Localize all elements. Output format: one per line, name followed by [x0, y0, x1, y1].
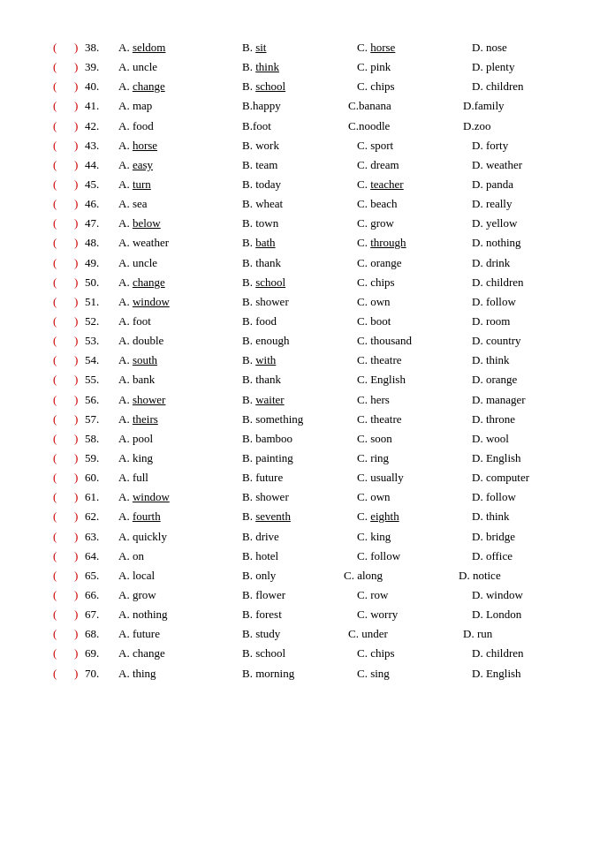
option-b: B. thank: [242, 254, 357, 272]
question-number: 44.: [85, 156, 118, 174]
question-number: 67.: [85, 606, 118, 623]
option-d: D. bridge: [472, 528, 515, 546]
question-row: () 43.A. horseB. workC. sportD. forty: [53, 137, 562, 155]
question-row: () 53.A. doubleB. enoughC. thousandD. co…: [53, 332, 562, 350]
question-row: () 46.A. seaB. wheatC. beachD. really: [53, 195, 562, 213]
option-d: D. drink: [472, 254, 510, 272]
paren-close: ): [74, 430, 85, 448]
option-b: B. morning: [242, 665, 357, 683]
option-b: B. wheat: [242, 195, 357, 213]
option-a: A. king: [118, 449, 242, 467]
option-d: D. nose: [472, 39, 507, 57]
question-row: () 51.A. windowB. showerC. ownD. follow: [53, 293, 562, 311]
question-row: () 45.A. turnB. todayC. teacherD. panda: [53, 176, 562, 193]
option-b: B. painting: [242, 449, 357, 467]
option-a: A. full: [118, 469, 242, 487]
question-row: () 42.A. foodB.footC.noodleD.zoo: [53, 117, 562, 135]
option-a: A. foot: [118, 313, 242, 330]
option-b: B. study: [242, 625, 348, 643]
paren-open: (: [53, 97, 62, 115]
question-row: () 63.A. quicklyB. driveC. kingD. bridge: [53, 528, 562, 546]
question-row: () 50.A. changeB. schoolC. chipsD. child…: [53, 274, 562, 291]
question-row: () 54.A. southB. withC. theatreD. think: [53, 351, 562, 369]
question-number: 48.: [85, 234, 118, 252]
paren-close: ): [74, 234, 85, 252]
question-number: 58.: [85, 430, 118, 448]
paren-open: (: [53, 528, 62, 546]
option-b: B. shower: [242, 488, 357, 506]
question-number: 50.: [85, 274, 118, 291]
option-b: B. town: [242, 215, 357, 232]
option-d: D. yellow: [472, 215, 517, 232]
option-b: B. forest: [242, 606, 357, 623]
option-c: C. along: [344, 567, 459, 585]
option-c: C. chips: [357, 645, 472, 662]
question-row: () 60.A. fullB. futureC. usuallyD. compu…: [53, 469, 562, 487]
paren-open: (: [53, 547, 62, 565]
paren-close: ): [74, 195, 85, 213]
option-b: B. with: [242, 351, 357, 369]
paren-close: ): [74, 645, 85, 662]
option-c: C. dream: [357, 156, 472, 174]
paren-open: (: [53, 39, 62, 57]
option-a: A. food: [118, 117, 242, 135]
paren-close: ): [74, 156, 85, 174]
paren-open: (: [53, 449, 62, 467]
option-c: C. beach: [357, 195, 472, 213]
option-d: D. children: [472, 645, 523, 662]
option-a: A. uncle: [118, 254, 242, 272]
paren-close: ): [74, 625, 85, 643]
question-number: 68.: [85, 625, 118, 643]
paren-close: ): [74, 665, 85, 683]
paren-close: ): [74, 567, 85, 585]
option-d: D. forty: [472, 137, 508, 155]
option-d: D. country: [472, 332, 521, 350]
option-c: C. pink: [357, 58, 472, 76]
question-row: () 65.A. localB. onlyC. alongD. notice: [53, 567, 562, 585]
option-c: C. row: [357, 586, 472, 604]
paren-open: (: [53, 195, 62, 213]
question-number: 55.: [85, 371, 118, 389]
option-c: C.banana: [348, 97, 463, 115]
paren-open: (: [53, 215, 62, 232]
option-c: C. boot: [357, 313, 472, 330]
paren-open: (: [53, 411, 62, 428]
question-row: () 68.A. futureB. studyC. underD. run: [53, 625, 562, 643]
question-list: () 38.A. seldomB. sitC. horseD. nose() 3…: [53, 39, 562, 683]
option-a: A. window: [118, 488, 242, 506]
question-number: 41.: [85, 97, 118, 115]
paren-close: ): [74, 176, 85, 193]
option-a: A. future: [118, 625, 242, 643]
paren-open: (: [53, 137, 62, 155]
question-number: 64.: [85, 547, 118, 565]
question-number: 63.: [85, 528, 118, 546]
question-number: 47.: [85, 215, 118, 232]
option-c: C. sing: [357, 665, 472, 683]
option-c: C. sport: [357, 137, 472, 155]
question-row: () 52.A. footB. foodC. bootD. room: [53, 313, 562, 330]
option-d: D. think: [472, 351, 510, 369]
option-c: C. horse: [357, 39, 472, 57]
option-a: A. map: [118, 97, 242, 115]
paren-close: ): [74, 274, 85, 291]
paren-open: (: [53, 293, 62, 311]
option-a: A. below: [118, 215, 242, 232]
option-d: D. computer: [472, 469, 529, 487]
option-b: B. work: [242, 137, 357, 155]
option-d: D. London: [472, 606, 521, 623]
question-number: 39.: [85, 58, 118, 76]
option-c: C. orange: [357, 254, 472, 272]
paren-close: ): [74, 528, 85, 546]
question-row: () 67.A. nothingB. forestC. worryD. Lond…: [53, 606, 562, 623]
paren-close: ): [74, 508, 85, 525]
option-a: A. bank: [118, 371, 242, 389]
option-a: A. fourth: [118, 508, 242, 525]
option-b: B. team: [242, 156, 357, 174]
option-a: A. grow: [118, 586, 242, 604]
paren-open: (: [53, 488, 62, 506]
paren-close: ): [74, 586, 85, 604]
paren-open: (: [53, 567, 62, 585]
option-c: C. own: [357, 488, 472, 506]
paren-close: ): [74, 215, 85, 232]
question-row: () 47.A. belowB. townC. growD. yellow: [53, 215, 562, 232]
